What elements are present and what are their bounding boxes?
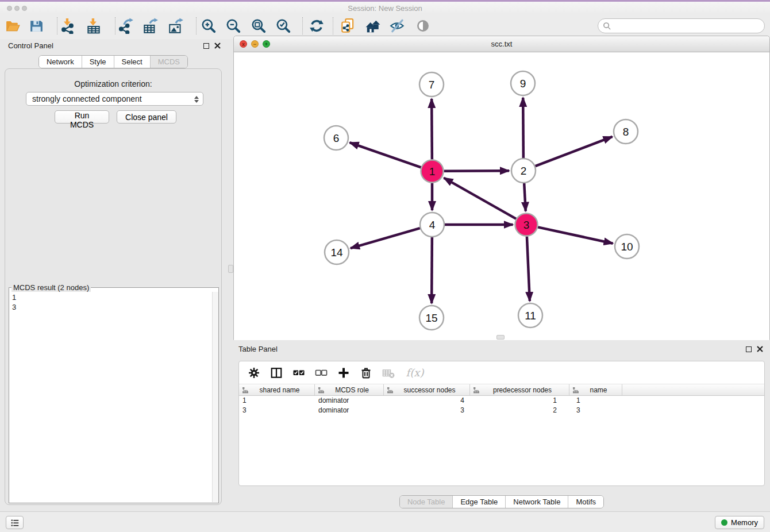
show-all-button[interactable] — [413, 16, 433, 36]
edge-4-15[interactable] — [432, 237, 432, 303]
show-columns-button[interactable] — [270, 366, 283, 380]
table-cell-successor-nodes[interactable]: 3 — [384, 406, 470, 415]
control-panel-float-button[interactable] — [203, 43, 209, 49]
import-table-button[interactable] — [84, 16, 103, 36]
delete-table-button[interactable] — [382, 366, 395, 380]
import-network-button[interactable] — [58, 16, 78, 36]
zoom-in-button[interactable] — [199, 16, 218, 36]
import-network-icon — [60, 18, 76, 34]
control-panel-close-button[interactable] — [214, 43, 221, 49]
zoom-out-button[interactable] — [224, 16, 243, 36]
edge-1-7[interactable] — [432, 99, 432, 160]
memory-label: Memory — [731, 518, 758, 527]
node-2[interactable]: 2 — [511, 159, 536, 183]
node-14[interactable]: 14 — [325, 240, 349, 264]
edge-2-3[interactable] — [524, 183, 526, 211]
unchecked-boxes-icon — [314, 366, 328, 380]
tab-mcds[interactable]: MCDS — [150, 56, 187, 68]
node-6[interactable]: 6 — [324, 126, 348, 150]
run-mcds-button[interactable]: Run MCDS — [55, 110, 109, 124]
edge-4-14[interactable] — [351, 228, 420, 248]
edge-3-1[interactable] — [444, 178, 516, 219]
export-table-icon — [143, 18, 159, 34]
node-11[interactable]: 11 — [518, 303, 542, 327]
node-3[interactable]: 3 — [515, 214, 538, 236]
table-cell-MCDS-role[interactable]: dominator — [315, 396, 384, 406]
export-network-button[interactable] — [116, 16, 136, 36]
table-cell-predecessor-nodes[interactable]: 2 — [470, 406, 569, 415]
table-row[interactable]: 1dominator411 — [239, 396, 764, 406]
function-builder-button[interactable]: f(x) — [404, 366, 426, 380]
status-menu-button[interactable] — [6, 516, 24, 529]
vertical-splitter-handle[interactable] — [228, 265, 233, 273]
tab-node-table[interactable]: Node Table — [400, 496, 453, 508]
tab-edge-table[interactable]: Edge Table — [452, 496, 505, 508]
horizontal-splitter-handle[interactable] — [496, 335, 505, 340]
tab-motifs[interactable]: Motifs — [568, 496, 603, 508]
zoom-fit-button[interactable] — [249, 16, 268, 36]
table-header-row: shared nameMCDS rolesuccessor nodesprede… — [239, 384, 764, 396]
table-cell-predecessor-nodes[interactable]: 1 — [470, 396, 569, 406]
result-scrollbar[interactable] — [212, 292, 218, 502]
table-row[interactable]: 3dominator323 — [239, 406, 764, 415]
table-cell-successor-nodes[interactable]: 4 — [384, 396, 470, 406]
table-cell-name[interactable]: 1 — [569, 396, 622, 406]
column-header-MCDS-role[interactable]: MCDS role — [315, 384, 384, 395]
edge-3-11[interactable] — [527, 236, 530, 301]
save-session-button[interactable] — [26, 16, 46, 36]
fx-icon: f(x) — [406, 367, 424, 379]
close-icon — [757, 346, 763, 352]
node-15[interactable]: 15 — [419, 306, 444, 330]
clone-network-button[interactable] — [338, 16, 357, 36]
network-zoom-button[interactable]: + — [263, 40, 270, 48]
column-header-successor-nodes[interactable]: successor nodes — [384, 384, 470, 395]
plus-icon — [337, 366, 351, 380]
table-cell-shared-name[interactable]: 3 — [239, 406, 315, 415]
memory-button[interactable]: Memory — [715, 516, 764, 529]
edge-1-6[interactable] — [350, 142, 421, 167]
table-options-button[interactable] — [247, 366, 261, 380]
select-all-columns-button[interactable] — [292, 366, 306, 380]
network-minimize-button[interactable]: − — [251, 40, 259, 48]
hide-selected-button[interactable] — [388, 16, 407, 36]
create-column-button[interactable] — [337, 366, 351, 380]
tab-style[interactable]: Style — [82, 56, 114, 68]
node-1[interactable]: 1 — [421, 160, 444, 183]
edge-3-10[interactable] — [538, 227, 613, 243]
node-9[interactable]: 9 — [511, 71, 535, 95]
table-panel-float-button[interactable] — [746, 346, 752, 352]
column-header-shared-name[interactable]: shared name — [239, 384, 315, 395]
network-close-button[interactable]: x — [240, 40, 247, 48]
table-cell-name[interactable]: 3 — [569, 406, 622, 415]
open-file-button[interactable] — [3, 16, 22, 36]
node-4[interactable]: 4 — [420, 213, 444, 237]
table-panel-close-button[interactable] — [757, 346, 763, 352]
close-panel-button[interactable]: Close panel — [117, 110, 176, 124]
tab-network-table[interactable]: Network Table — [505, 496, 568, 508]
delete-columns-button[interactable] — [359, 366, 373, 380]
column-header-name[interactable]: name — [569, 384, 622, 395]
optimization-criterion-dropdown[interactable]: strongly connected component — [26, 92, 203, 106]
export-image-button[interactable] — [166, 16, 186, 36]
unselect-all-columns-button[interactable] — [314, 366, 328, 380]
edge-2-8[interactable] — [536, 137, 613, 166]
edge-2-9[interactable] — [523, 98, 523, 158]
node-10[interactable]: 10 — [615, 234, 639, 259]
table-cell-shared-name[interactable]: 1 — [239, 396, 315, 406]
refresh-view-button[interactable] — [307, 16, 326, 36]
tab-select[interactable]: Select — [114, 56, 150, 68]
network-canvas[interactable]: 7968124314101511 — [234, 52, 769, 340]
float-icon — [203, 43, 209, 49]
column-header-predecessor-nodes[interactable]: predecessor nodes — [470, 384, 569, 395]
node-7[interactable]: 7 — [419, 72, 444, 97]
node-table: f(x) shared nameMCDS rolesuccessor nodes… — [238, 361, 765, 486]
node-label: 3 — [523, 219, 530, 231]
node-8[interactable]: 8 — [614, 119, 638, 144]
zoom-selected-button[interactable] — [274, 16, 293, 36]
edge-1-2[interactable] — [444, 171, 509, 171]
export-table-button[interactable] — [141, 16, 160, 36]
tab-network[interactable]: Network — [39, 56, 82, 68]
table-cell-MCDS-role[interactable]: dominator — [315, 406, 384, 415]
search-input[interactable] — [614, 20, 760, 32]
first-neighbors-button[interactable] — [363, 16, 383, 36]
